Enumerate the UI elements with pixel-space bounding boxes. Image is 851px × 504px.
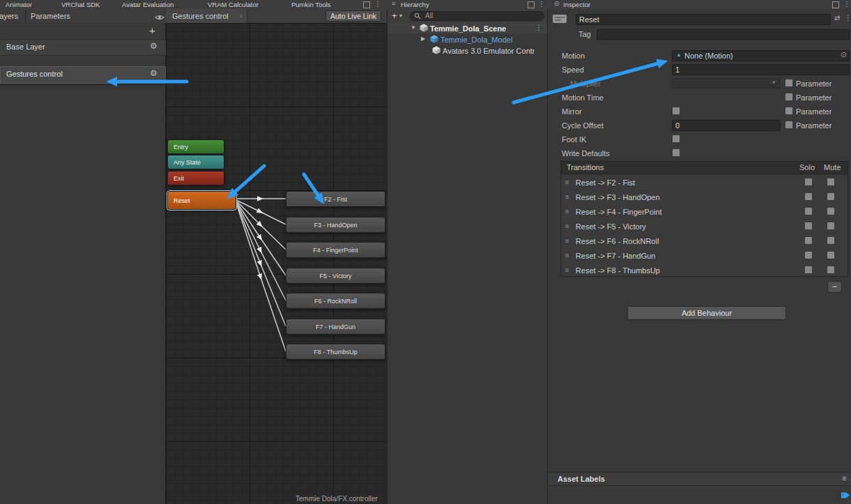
state-f7-handgun[interactable]: F7 - HandGun: [286, 319, 385, 335]
controller-path-label: Temmie Dola/FX.controller: [296, 495, 378, 503]
drag-handle-icon[interactable]: ≡: [565, 237, 569, 245]
transition-row-f6[interactable]: ≡ Reset -> F6 - RockNRoll: [561, 234, 848, 248]
hierarchy-window-maximize-icon[interactable]: [528, 1, 535, 8]
state-f3-handopen[interactable]: F3 - HandOpen: [286, 217, 385, 233]
state-f8-thumbsup[interactable]: F8 - ThumbsUp: [286, 344, 385, 360]
motion-time-parameter-checkbox[interactable]: [785, 93, 793, 101]
solo-checkbox[interactable]: [804, 192, 813, 201]
asset-label-tag-icon[interactable]: [841, 491, 850, 500]
drag-handle-icon[interactable]: ≡: [565, 266, 569, 274]
inspector-tab-title[interactable]: Inspector: [563, 1, 590, 8]
motion-value: None (Motion): [684, 52, 733, 60]
transition-label: Reset -> F4 - FingerPoint: [576, 208, 662, 216]
drag-handle-icon[interactable]: ≡: [565, 252, 569, 259]
hierarchy-window-menu-icon[interactable]: ⋮: [538, 0, 545, 8]
solo-checkbox[interactable]: [804, 222, 813, 230]
remove-transition-button[interactable]: −: [827, 281, 842, 293]
transitions-list: Transitions Solo Mute ≡ Reset -> F2 - Fi…: [560, 161, 848, 277]
drag-handle-icon[interactable]: ≡: [565, 193, 569, 201]
layers-sidebar: [0, 23, 166, 504]
animator-window-maximize-icon[interactable]: [363, 1, 370, 8]
auto-live-link-button[interactable]: Auto Live Link: [325, 10, 381, 22]
scene-icon: [420, 24, 428, 32]
solo-checkbox[interactable]: [804, 236, 813, 245]
search-icon: [414, 13, 421, 20]
multiplier-parameter-label: Parameter: [796, 79, 831, 88]
presets-icon[interactable]: ⇄: [834, 14, 840, 22]
add-layer-button[interactable]: +: [149, 24, 155, 36]
state-any-state[interactable]: Any State: [167, 155, 224, 169]
solo-checkbox[interactable]: [804, 251, 813, 259]
hierarchy-item-scene-label[interactable]: Temmie_Dola_Scene: [430, 24, 506, 33]
layer-gestures-gear-icon[interactable]: ⚙: [150, 68, 158, 78]
mute-checkbox[interactable]: [827, 251, 835, 259]
hierarchy-create-dropdown-icon[interactable]: ▾: [399, 13, 402, 19]
scene-foldout-open-icon[interactable]: ▼: [411, 24, 416, 31]
model-foldout-closed-icon[interactable]: ▶: [421, 36, 425, 42]
hierarchy-item-model-label[interactable]: Temmie_Dola_Model: [440, 36, 512, 44]
hierarchy-create-button[interactable]: +: [392, 10, 397, 21]
cycle-offset-parameter-checkbox[interactable]: [785, 121, 793, 129]
solo-checkbox[interactable]: [804, 178, 813, 186]
state-f4-fingerpoint[interactable]: F4 - FingerPoint: [286, 242, 385, 258]
menu-pumkin-tools[interactable]: Pumkin Tools: [291, 1, 330, 8]
inspector-more-icon[interactable]: ⋮: [845, 14, 851, 22]
hierarchy-item-emulator-label[interactable]: Avatars 3.0 Emulator Contr: [443, 47, 535, 55]
inspector-tab-icon: ⊙: [554, 0, 560, 7]
tab-divider: [25, 10, 26, 22]
asset-labels-menu-icon[interactable]: ≡: [842, 474, 846, 482]
drag-handle-icon[interactable]: ≡: [565, 178, 569, 186]
mirror-parameter-checkbox[interactable]: [785, 107, 793, 115]
mute-checkbox[interactable]: [827, 266, 835, 274]
transition-row-f5[interactable]: ≡ Reset -> F5 - Victory: [561, 219, 848, 234]
speed-input[interactable]: 1: [672, 64, 850, 75]
transition-row-f4[interactable]: ≡ Reset -> F4 - FingerPoint: [561, 204, 848, 219]
mute-checkbox[interactable]: [827, 192, 835, 201]
eye-icon[interactable]: [155, 14, 164, 21]
motion-label: Motion: [562, 52, 585, 60]
solo-checkbox[interactable]: [804, 266, 813, 274]
menu-vram-calculator[interactable]: VRAM Calculator: [208, 1, 259, 8]
transition-row-f3[interactable]: ≡ Reset -> F3 - HandOpen: [561, 190, 848, 204]
animator-window-menu-icon[interactable]: ⋮: [374, 0, 381, 8]
transition-row-f7[interactable]: ≡ Reset -> F7 - HandGun: [561, 248, 848, 263]
transition-label: Reset -> F7 - HandGun: [576, 252, 656, 260]
layer-base-gear-icon[interactable]: ⚙: [150, 41, 158, 51]
tab-parameters[interactable]: Parameters: [31, 12, 70, 20]
state-name-input[interactable]: Reset: [576, 14, 831, 25]
write-defaults-checkbox[interactable]: [672, 148, 680, 157]
inspector-window-maximize-icon[interactable]: [832, 1, 839, 8]
layer-weight-bar: [0, 84, 166, 86]
tab-layers[interactable]: Layers: [0, 12, 18, 20]
breadcrumb[interactable]: Gestures control: [172, 12, 229, 20]
mute-checkbox[interactable]: [827, 178, 835, 186]
multiplier-parameter-checkbox[interactable]: [785, 79, 793, 87]
transition-label: Reset -> F3 - HandOpen: [576, 193, 660, 201]
cycle-offset-input[interactable]: 0: [672, 120, 781, 131]
state-entry[interactable]: Entry: [167, 139, 224, 154]
transition-row-f2[interactable]: ≡ Reset -> F2 - Fist: [561, 175, 848, 190]
inspector-window-menu-icon[interactable]: ⋮: [843, 0, 850, 8]
state-f6-rocknroll[interactable]: F6 - RockNRoll: [286, 293, 385, 309]
mirror-checkbox[interactable]: [672, 107, 680, 115]
foot-ik-checkbox[interactable]: [672, 135, 680, 143]
menu-avatar-evaluation[interactable]: Avatar Evaluation: [122, 1, 174, 8]
add-behaviour-button[interactable]: Add Behaviour: [627, 306, 786, 320]
state-f2-fist[interactable]: F2 - Fist: [286, 191, 385, 207]
mute-checkbox[interactable]: [827, 222, 835, 230]
drag-handle-icon[interactable]: ≡: [565, 222, 569, 230]
state-f5-victory[interactable]: F5 - Victory: [286, 268, 385, 284]
mute-checkbox[interactable]: [827, 207, 835, 215]
tag-input[interactable]: [597, 29, 850, 40]
drag-handle-icon[interactable]: ≡: [565, 208, 569, 215]
mute-checkbox[interactable]: [827, 236, 835, 245]
hierarchy-tab-title[interactable]: Hierarchy: [401, 1, 429, 8]
transition-row-f8[interactable]: ≡ Reset -> F8 - ThumbsUp: [561, 263, 848, 277]
state-reset-selected[interactable]: Reset: [167, 191, 236, 210]
state-exit[interactable]: Exit: [167, 171, 224, 185]
scene-more-icon[interactable]: ⋮: [535, 24, 542, 31]
menu-animator[interactable]: Animator: [6, 1, 32, 8]
object-picker-icon[interactable]: ⊙: [841, 50, 847, 59]
solo-checkbox[interactable]: [804, 207, 813, 215]
menu-vrchat-sdk[interactable]: VRChat SDK: [61, 1, 100, 8]
